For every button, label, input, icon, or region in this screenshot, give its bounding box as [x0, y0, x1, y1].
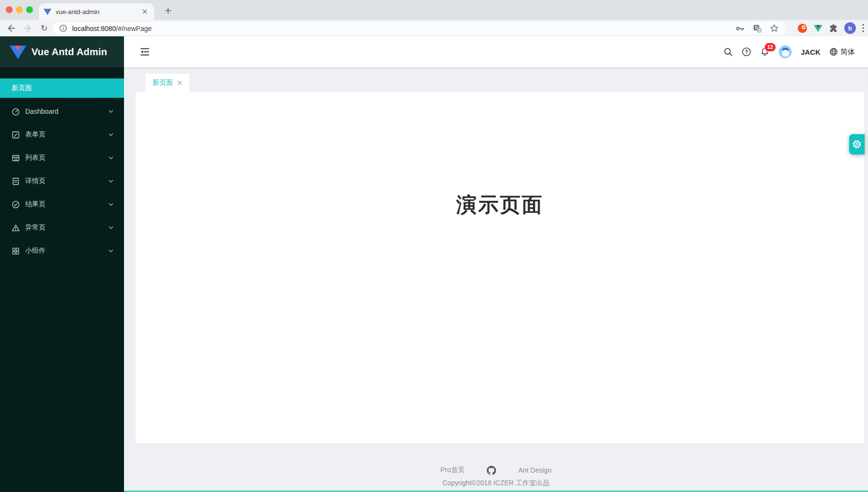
chevron-down-icon	[108, 110, 113, 113]
address-bar[interactable]: localhost:8080/#/newPage G	[52, 22, 786, 35]
browser-tab-title: vue-antd-admin	[56, 8, 140, 15]
profile-icon	[12, 177, 20, 185]
warning-icon	[12, 224, 20, 232]
url-host: localhost:8080	[72, 25, 116, 32]
sidebar-item-exceptions[interactable]: 异常页	[0, 218, 124, 237]
sidebar: Vue Antd Admin 新页面 Dashboard	[0, 36, 124, 492]
vue-devtools-icon[interactable]	[814, 24, 822, 32]
avatar-graphic	[782, 50, 789, 57]
page-footer: Pro首页 Ant Design Copyright©2018 ICZER 工作…	[124, 465, 868, 488]
sidebar-item-widgets[interactable]: 小组件	[0, 241, 124, 261]
main-area: ? 12 JACK	[124, 36, 868, 492]
bookmark-star-icon[interactable]	[770, 24, 779, 33]
back-button[interactable]	[6, 23, 16, 33]
username-label[interactable]: JACK	[801, 48, 821, 56]
window-zoom-button[interactable]	[26, 6, 33, 13]
settings-drawer-handle[interactable]	[849, 134, 865, 154]
user-avatar[interactable]	[778, 45, 792, 59]
footer-links: Pro首页 Ant Design	[440, 466, 551, 475]
new-tab-button[interactable]	[162, 4, 174, 17]
window-close-button[interactable]	[6, 6, 13, 13]
browser-profile-avatar[interactable]: h	[844, 22, 856, 34]
url-text[interactable]: localhost:8080/#/newPage	[72, 25, 728, 32]
content-card: 演示页面	[136, 92, 864, 443]
check-circle-icon	[12, 200, 20, 209]
chevron-down-icon	[108, 226, 113, 229]
gear-icon	[852, 139, 862, 150]
page-tabbar: 新页面	[124, 67, 868, 92]
sidebar-item-lists[interactable]: 列表页	[0, 148, 124, 168]
app-title: Vue Antd Admin	[31, 46, 107, 58]
orange-extension-icon[interactable]	[797, 23, 807, 33]
table-icon	[12, 154, 20, 162]
extensions-puzzle-icon[interactable]	[829, 24, 838, 33]
browser-tabstrip: vue-antd-admin	[0, 0, 868, 20]
sidebar-item-newpage[interactable]: 新页面	[0, 78, 124, 98]
svg-text:?: ?	[745, 49, 748, 55]
url-path: /#/newPage	[116, 25, 152, 32]
sidebar-item-dashboard[interactable]: Dashboard	[0, 102, 124, 121]
vue-logo-icon	[10, 45, 26, 59]
sidebar-item-label: 列表页	[25, 154, 46, 162]
globe-icon	[829, 47, 838, 56]
chevron-down-icon	[108, 203, 113, 206]
header-actions: ? 12 JACK	[724, 36, 855, 67]
dashboard-icon	[12, 108, 20, 116]
page-tab-active[interactable]: 新页面	[145, 74, 189, 92]
app-header: ? 12 JACK	[124, 36, 868, 67]
browser-tab[interactable]: vue-antd-admin	[39, 3, 154, 20]
sidebar-item-label: 新页面	[12, 84, 32, 92]
notification-badge: 12	[764, 43, 776, 52]
chevron-down-icon	[108, 156, 113, 159]
sidebar-item-label: 表单页	[25, 130, 46, 139]
footer-link-pro-home[interactable]: Pro首页	[440, 466, 465, 475]
form-icon	[12, 131, 20, 139]
sidebar-item-forms[interactable]: 表单页	[0, 125, 124, 144]
notifications-bell-icon[interactable]: 12	[760, 47, 770, 57]
github-icon[interactable]	[487, 466, 496, 475]
chevron-down-icon	[108, 180, 113, 183]
sidebar-item-label: 异常页	[25, 223, 46, 232]
screen: vue-antd-admin ↻ localhost:8080/#	[0, 0, 868, 492]
menu-fold-icon[interactable]	[140, 47, 150, 56]
browser-toolbar: ↻ localhost:8080/#/newPage G	[0, 20, 868, 36]
sidebar-item-label: 小组件	[25, 246, 46, 255]
sidebar-item-results[interactable]: 结果页	[0, 195, 124, 214]
translate-icon[interactable]: G	[753, 24, 762, 33]
sidebar-item-label: 结果页	[25, 200, 46, 209]
language-label: 简体	[840, 47, 855, 57]
block-icon	[12, 247, 20, 255]
footer-link-ant-design[interactable]: Ant Design	[518, 466, 551, 474]
page-tab-close-icon[interactable]	[177, 80, 182, 85]
extensions-area: h	[797, 22, 864, 34]
sidebar-item-label: Dashboard	[25, 108, 59, 115]
password-key-icon[interactable]	[735, 24, 745, 33]
window-minimize-button[interactable]	[16, 6, 23, 13]
app-window: Vue Antd Admin 新页面 Dashboard	[0, 36, 868, 492]
help-icon[interactable]: ?	[742, 47, 751, 57]
chevron-down-icon	[108, 249, 113, 252]
sidebar-menu: 新页面 Dashboard	[0, 78, 124, 261]
copyright: Copyright©2018 ICZER 工作室出品	[124, 479, 868, 488]
app-logo[interactable]: Vue Antd Admin	[0, 36, 124, 67]
chevron-down-icon	[108, 133, 113, 136]
vue-favicon-icon	[44, 8, 51, 15]
language-switcher[interactable]: 简体	[829, 47, 855, 57]
forward-button[interactable]	[22, 23, 33, 33]
reload-button[interactable]: ↻	[39, 23, 49, 33]
browser-menu-dots-icon[interactable]	[862, 24, 864, 32]
site-info-icon[interactable]	[59, 24, 67, 32]
page-tab-label: 新页面	[153, 78, 173, 87]
page-title: 演示页面	[136, 92, 864, 218]
tab-close-icon[interactable]	[140, 7, 149, 16]
sidebar-item-details[interactable]: 详情页	[0, 171, 124, 191]
search-icon[interactable]	[724, 47, 733, 57]
sidebar-item-label: 详情页	[25, 177, 46, 185]
